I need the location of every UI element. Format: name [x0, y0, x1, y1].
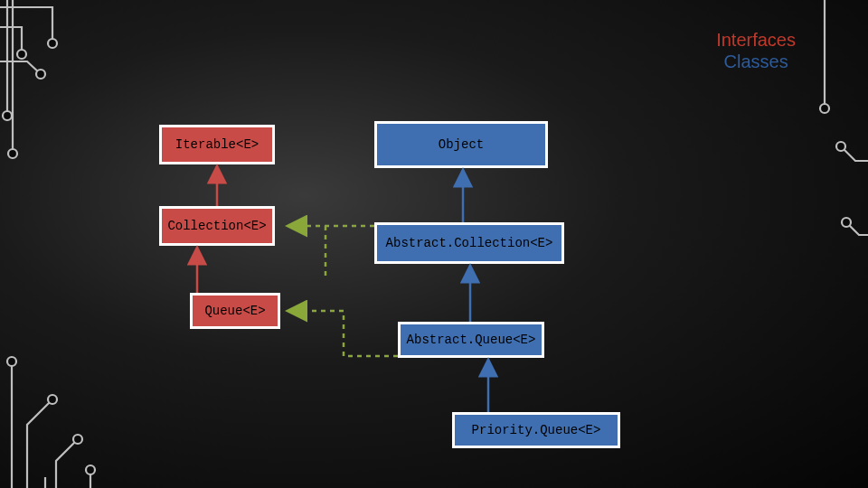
legend-interfaces: Interfaces [716, 29, 796, 51]
svg-point-6 [36, 70, 45, 79]
legend: Interfaces Classes [716, 29, 796, 72]
edge-absqueue-queue [289, 311, 398, 356]
node-abstract-queue: Abstract.Queue<E> [398, 322, 544, 358]
svg-point-10 [73, 435, 82, 444]
node-abstract-collection: Abstract.Collection<E> [374, 222, 564, 264]
diagram-stage: Interfaces Classes Iterable<E> Collectio… [0, 0, 868, 488]
svg-point-15 [842, 218, 851, 227]
svg-point-1 [17, 50, 26, 59]
svg-point-14 [836, 142, 845, 151]
svg-point-9 [48, 395, 57, 404]
node-queue: Queue<E> [190, 293, 280, 329]
node-priority-queue: Priority.Queue<E> [452, 412, 620, 448]
svg-point-11 [86, 465, 95, 474]
node-object: Object [374, 121, 548, 168]
svg-point-0 [48, 39, 57, 48]
svg-point-5 [8, 149, 17, 158]
svg-point-3 [3, 111, 12, 120]
svg-point-8 [7, 357, 16, 366]
legend-classes: Classes [716, 51, 796, 72]
node-iterable: Iterable<E> [159, 125, 275, 164]
node-collection: Collection<E> [159, 206, 275, 246]
svg-point-13 [820, 104, 829, 113]
